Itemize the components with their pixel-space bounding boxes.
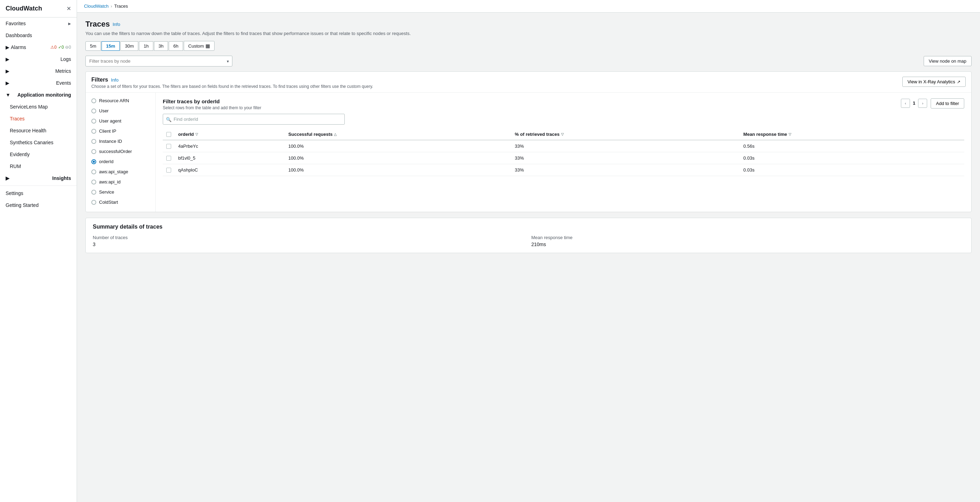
filter-label-instance-id: Instance ID bbox=[99, 139, 122, 144]
filter-detail-title: Filter traces by orderId bbox=[163, 98, 261, 104]
row-pct-retrieved: 33% bbox=[511, 164, 740, 176]
time-btn-6h[interactable]: 6h bbox=[169, 41, 183, 51]
radio-resource-arn bbox=[91, 98, 96, 103]
time-btn-3h[interactable]: 3h bbox=[154, 41, 168, 51]
filter-label-aws-api-id: aws:api_id bbox=[99, 179, 120, 185]
xray-analytics-button[interactable]: View in X-Ray Analytics ↗ bbox=[902, 76, 966, 87]
sidebar-item-insights[interactable]: ▶ Insights bbox=[0, 172, 76, 184]
time-selector: 5m 15m 30m 1h 3h 6h Custom ▦ bbox=[85, 41, 972, 51]
sidebar-item-dashboards[interactable]: Dashboards bbox=[0, 29, 76, 41]
filters-body: Resource ARN User User agent bbox=[86, 93, 971, 212]
sidebar-item-servicelens-map[interactable]: ServiceLens Map bbox=[0, 101, 76, 113]
radio-service bbox=[91, 190, 96, 194]
sidebar-item-synthetics-canaries[interactable]: Synthetics Canaries bbox=[0, 137, 76, 148]
insuf-count: ⊖0 bbox=[65, 45, 71, 50]
table-col-mean-response[interactable]: Mean response time ▽ bbox=[740, 129, 964, 140]
sidebar-item-label: ServiceLens Map bbox=[10, 104, 48, 110]
view-node-button[interactable]: View node on map bbox=[924, 56, 972, 66]
summary-item-response-time: Mean response time 210ms bbox=[531, 235, 964, 247]
filters-title: Filters bbox=[91, 76, 108, 83]
sort-icon-pct-retrieved: ▽ bbox=[561, 132, 564, 136]
custom-label: Custom bbox=[188, 43, 204, 49]
row-mean-response: 0.03s bbox=[740, 164, 964, 176]
filter-option-user-agent[interactable]: User agent bbox=[86, 116, 155, 126]
filter-option-order-id[interactable]: orderId bbox=[86, 156, 155, 167]
time-btn-15m[interactable]: 15m bbox=[102, 41, 120, 51]
sidebar-item-alarms[interactable]: ▶ Alarms ⚠0 ✓0 ⊖0 bbox=[0, 41, 76, 53]
table-header: orderId ▽ Successful requests △ bbox=[163, 129, 964, 140]
filter-option-service[interactable]: Service bbox=[86, 187, 155, 197]
row-mean-response: 0.03s bbox=[740, 152, 964, 164]
radio-aws-api-id bbox=[91, 180, 96, 185]
sidebar-item-label: Metrics bbox=[55, 68, 71, 74]
filter-option-cold-start[interactable]: ColdStart bbox=[86, 197, 155, 207]
filter-option-user[interactable]: User bbox=[86, 106, 155, 116]
radio-instance-id bbox=[91, 139, 96, 144]
filter-option-aws-api-stage[interactable]: aws:api_stage bbox=[86, 167, 155, 177]
sort-icon-successful-requests: △ bbox=[334, 132, 337, 136]
sidebar-item-logs[interactable]: ▶ Logs bbox=[0, 53, 76, 65]
sidebar-item-settings[interactable]: Settings bbox=[0, 187, 76, 199]
pagination-next-button[interactable]: › bbox=[918, 99, 927, 108]
sidebar-item-evidently[interactable]: Evidently bbox=[0, 148, 76, 160]
sidebar-item-events[interactable]: ▶ Events bbox=[0, 77, 76, 89]
time-btn-5m[interactable]: 5m bbox=[85, 41, 101, 51]
table-col-pct-retrieved[interactable]: % of retrieved traces ▽ bbox=[511, 129, 740, 140]
sidebar-item-getting-started[interactable]: Getting Started bbox=[0, 199, 76, 211]
filter-label-cold-start: ColdStart bbox=[99, 199, 118, 205]
time-btn-custom[interactable]: Custom ▦ bbox=[184, 41, 215, 51]
table-col-successful-requests[interactable]: Successful requests △ bbox=[285, 129, 511, 140]
sort-icon-mean-response: ▽ bbox=[789, 132, 791, 136]
sidebar-item-label: Settings bbox=[6, 190, 24, 196]
breadcrumb-current: Traces bbox=[114, 3, 128, 9]
row-checkbox[interactable] bbox=[166, 156, 171, 161]
filter-option-resource-arn[interactable]: Resource ARN bbox=[86, 96, 155, 106]
filter-label-resource-arn: Resource ARN bbox=[99, 98, 129, 103]
filters-panel-header: Filters Info Choose a set of filters for… bbox=[86, 72, 971, 93]
breadcrumb: CloudWatch › Traces bbox=[77, 0, 980, 13]
sidebar-item-traces[interactable]: Traces bbox=[0, 113, 76, 124]
filters-description: Choose a set of filters for your traces.… bbox=[91, 84, 373, 89]
row-checkbox-cell bbox=[163, 152, 175, 164]
row-order-id: 4aPrbeYc bbox=[175, 140, 285, 152]
filter-option-client-ip[interactable]: Client IP bbox=[86, 126, 155, 136]
sidebar-item-rum[interactable]: RUM bbox=[0, 160, 76, 172]
search-order-id-input[interactable] bbox=[163, 114, 345, 124]
summary-item-traces: Number of traces 3 bbox=[93, 235, 526, 247]
sidebar-item-favorites[interactable]: Favorites ▶ bbox=[0, 18, 76, 29]
filter-option-instance-id[interactable]: Instance ID bbox=[86, 136, 155, 146]
expand-icon: ▶ bbox=[6, 68, 10, 74]
summary-panel: Summary details of traces Number of trac… bbox=[85, 218, 972, 253]
main-content: CloudWatch › Traces Traces Info You can … bbox=[77, 0, 980, 502]
row-checkbox[interactable] bbox=[166, 144, 171, 149]
filter-row: ▼ View node on map bbox=[85, 56, 972, 67]
row-pct-retrieved: 33% bbox=[511, 152, 740, 164]
table-col-order-id[interactable]: orderId ▽ bbox=[175, 129, 285, 140]
filter-traces-input[interactable] bbox=[85, 56, 232, 67]
pagination: ‹ 1 › bbox=[901, 99, 927, 108]
row-successful-requests: 100.0% bbox=[285, 164, 511, 176]
sidebar-item-app-monitoring[interactable]: ▼ Application monitoring bbox=[0, 89, 76, 101]
col-label-successful-requests: Successful requests bbox=[288, 132, 332, 137]
col-label-pct-retrieved: % of retrieved traces bbox=[515, 132, 560, 137]
sidebar-item-resource-health[interactable]: Resource Health bbox=[0, 124, 76, 137]
filter-option-aws-api-id[interactable]: aws:api_id bbox=[86, 177, 155, 187]
row-pct-retrieved: 33% bbox=[511, 140, 740, 152]
filters-info-link[interactable]: Info bbox=[111, 77, 119, 83]
add-to-filter-button[interactable]: Add to filter bbox=[931, 98, 964, 108]
page-info-link[interactable]: Info bbox=[113, 22, 120, 27]
close-icon[interactable]: ✕ bbox=[67, 5, 71, 12]
select-all-checkbox[interactable] bbox=[166, 132, 171, 137]
sidebar-item-label: Evidently bbox=[10, 151, 30, 157]
time-btn-1h[interactable]: 1h bbox=[139, 41, 153, 51]
time-btn-30m[interactable]: 30m bbox=[120, 41, 138, 51]
radio-aws-api-stage bbox=[91, 169, 96, 174]
pagination-prev-button[interactable]: ‹ bbox=[901, 99, 910, 108]
filter-option-successful-order[interactable]: successfulOrder bbox=[86, 146, 155, 156]
sidebar-item-metrics[interactable]: ▶ Metrics bbox=[0, 65, 76, 77]
filter-detail: Filter traces by orderId Select rows fro… bbox=[156, 93, 971, 212]
ok-count: ✓0 bbox=[58, 45, 64, 50]
breadcrumb-parent[interactable]: CloudWatch bbox=[84, 3, 108, 9]
row-checkbox[interactable] bbox=[166, 168, 171, 172]
col-label-mean-response: Mean response time bbox=[743, 132, 787, 137]
